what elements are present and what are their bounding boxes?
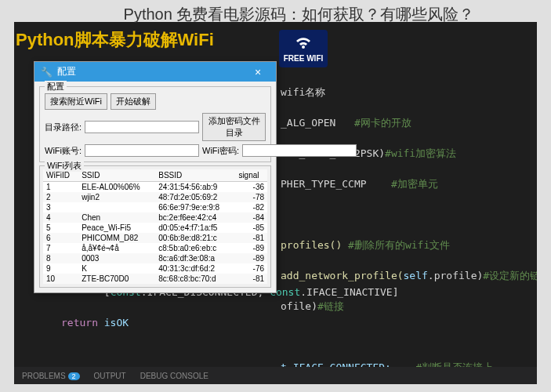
cell-id: 8: [43, 253, 78, 263]
password-input[interactable]: [242, 144, 357, 157]
cell-signal: -76: [235, 263, 267, 274]
cell-signal: -36: [235, 182, 267, 193]
table-row[interactable]: 6PHICOMM_D8200:6b:8e:d8:21:c-81: [43, 233, 267, 243]
col-signal[interactable]: signal: [235, 169, 267, 182]
dialog-title: 配置: [57, 66, 76, 77]
cell-signal: -81: [235, 274, 267, 284]
cell-signal: -84: [235, 212, 267, 223]
cell-ssid: 0003: [78, 253, 155, 263]
table-row[interactable]: 366:6e:97:9e:e:9:8-82: [43, 202, 267, 212]
search-wifi-button[interactable]: 搜索附近WiFi: [45, 93, 107, 110]
cell-id: 2: [43, 192, 78, 202]
cell-signal: -89: [235, 243, 267, 253]
col-ssid[interactable]: SSID: [78, 169, 155, 182]
cell-id: 7: [43, 243, 78, 253]
cell-ssid: K: [78, 263, 155, 274]
tab-output[interactable]: OUTPUT: [94, 372, 126, 380]
cell-bssid: 66:6e:97:9e:e:9:8: [155, 202, 235, 212]
cell-bssid: 48:7d:2e:05:69:2: [155, 192, 235, 202]
free-wifi-badge: FREE WIFI: [279, 30, 328, 67]
config-group: 配置 搜索附近WiFi 开始破解 目录路径: 添加密码文件目录 WiFi账号: …: [39, 86, 271, 162]
cell-signal: -82: [235, 202, 267, 212]
table-row[interactable]: 2wjin248:7d:2e:05:69:2-78: [43, 192, 267, 202]
cell-ssid: Peace_Wi-Fi5: [78, 223, 155, 233]
app-icon: 🔧: [41, 67, 52, 78]
cell-bssid: bc:2e:f6ee:42:c4: [155, 212, 235, 223]
table-row[interactable]: 10ZTE-BC70D08c:68:c8:bc:70:d-81: [43, 274, 267, 284]
video-title: Python脚本暴力破解WiFi: [16, 28, 214, 52]
cell-id: 3: [43, 202, 78, 212]
list-legend: WiFi列表: [45, 160, 84, 172]
start-crack-button[interactable]: 开始破解: [111, 93, 156, 110]
dialog-titlebar[interactable]: 🔧 配置 ×: [34, 62, 276, 82]
cell-signal: -85: [235, 223, 267, 233]
cell-id: 1: [43, 182, 78, 193]
wifi-table[interactable]: WiFiID SSID BSSID signal 1ELE-AL00%06%24…: [43, 169, 267, 284]
cell-bssid: 8c:a6:df:3e:08:a: [155, 253, 235, 263]
password-label: WiFi密码:: [202, 145, 239, 157]
close-button[interactable]: ×: [246, 66, 270, 78]
article-title: Python 免费看电影源码：如何获取？有哪些风险？: [63, 4, 535, 25]
cell-ssid: ELE-AL00%06%: [78, 182, 155, 193]
wifi-icon: [292, 34, 314, 53]
screenshot-image: Python脚本暴力破解WiFi FREE WIFI 🔧 配置 × 配置 搜索附…: [14, 22, 537, 384]
cell-bssid: c8:5b:a0:e6:eb:c: [155, 243, 235, 253]
problems-badge: 2: [68, 372, 80, 380]
cell-ssid: [78, 202, 155, 212]
cell-id: 6: [43, 233, 78, 243]
table-row[interactable]: 9K40:31:3c:df:6d:2-76: [43, 263, 267, 274]
cell-signal: -78: [235, 192, 267, 202]
cell-bssid: 24:31:54:56:ab:9: [155, 182, 235, 193]
table-row[interactable]: 7å,å¥¢é¬¢åc8:5b:a0:e6:eb:c-89: [43, 243, 267, 253]
table-row[interactable]: 800038c:a6:df:3e:08:a-89: [43, 253, 267, 263]
dir-label: 目录路径:: [45, 122, 82, 133]
cell-ssid: PHICOMM_D82: [78, 233, 155, 243]
table-row[interactable]: 5Peace_Wi-Fi5d0:05:e4:f7:1a:f5-85: [43, 223, 267, 233]
cell-ssid: Chen: [78, 212, 155, 223]
cell-bssid: 40:31:3c:df:6d:2: [155, 263, 235, 274]
wifi-crack-dialog: 🔧 配置 × 配置 搜索附近WiFi 开始破解 目录路径: 添加密码文件目录 W…: [34, 61, 277, 293]
config-legend: 配置: [45, 81, 67, 93]
cell-id: 4: [43, 212, 78, 223]
table-row[interactable]: 1ELE-AL00%06%24:31:54:56:ab:9-36: [43, 182, 267, 193]
tab-debug-console[interactable]: DEBUG CONSOLE: [140, 372, 208, 380]
col-bssid[interactable]: BSSID: [155, 169, 235, 182]
table-row[interactable]: 4Chenbc:2e:f6ee:42:c4-84: [43, 212, 267, 223]
account-label: WiFi账号:: [45, 145, 82, 157]
cell-signal: -89: [235, 253, 267, 263]
cell-id: 5: [43, 223, 78, 233]
cell-bssid: d0:05:e4:f7:1a:f5: [155, 223, 235, 233]
add-dir-button[interactable]: 添加密码文件目录: [202, 113, 266, 141]
cell-ssid: å,å¥¢é¬¢å: [78, 243, 155, 253]
cell-signal: -81: [235, 233, 267, 243]
cell-ssid: ZTE-BC70D0: [78, 274, 155, 284]
cell-id: 9: [43, 263, 78, 274]
cell-bssid: 00:6b:8e:d8:21:c: [155, 233, 235, 243]
cell-ssid: wjin2: [78, 192, 155, 202]
dir-input[interactable]: [85, 121, 199, 133]
account-input[interactable]: [85, 144, 199, 157]
cell-id: 10: [43, 274, 78, 284]
cell-bssid: 8c:68:c8:bc:70:d: [155, 274, 235, 284]
wifi-badge-text: FREE WIFI: [284, 54, 324, 63]
bottom-panel-tabs: PROBLEMS2 OUTPUT DEBUG CONSOLE: [14, 367, 537, 384]
tab-problems[interactable]: PROBLEMS2: [22, 372, 80, 380]
wifi-list-group: WiFi列表 WiFiID SSID BSSID signal 1ELE-AL0…: [39, 165, 271, 288]
